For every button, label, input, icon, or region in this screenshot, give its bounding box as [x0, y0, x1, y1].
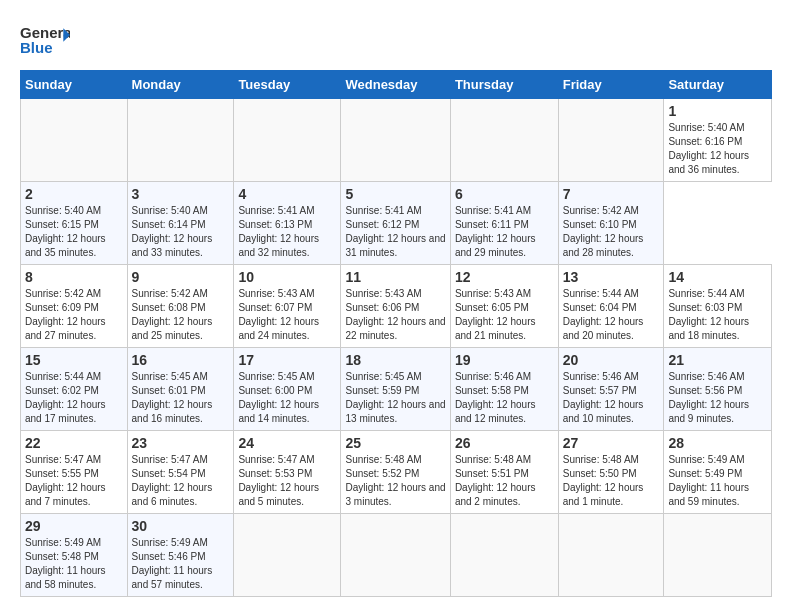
- calendar-cell: 12Sunrise: 5:43 AMSunset: 6:05 PMDayligh…: [450, 265, 558, 348]
- day-number: 29: [25, 518, 123, 534]
- day-info: Sunrise: 5:43 AMSunset: 6:06 PMDaylight:…: [345, 287, 445, 343]
- generalblue-logo-icon: General Blue: [20, 20, 70, 60]
- day-number: 13: [563, 269, 660, 285]
- calendar-cell: 28Sunrise: 5:49 AMSunset: 5:49 PMDayligh…: [664, 431, 772, 514]
- day-number: 2: [25, 186, 123, 202]
- day-info: Sunrise: 5:47 AMSunset: 5:53 PMDaylight:…: [238, 453, 336, 509]
- calendar-cell: 27Sunrise: 5:48 AMSunset: 5:50 PMDayligh…: [558, 431, 664, 514]
- calendar-cell: [127, 99, 234, 182]
- day-info: Sunrise: 5:45 AMSunset: 5:59 PMDaylight:…: [345, 370, 445, 426]
- day-number: 23: [132, 435, 230, 451]
- day-number: 3: [132, 186, 230, 202]
- day-info: Sunrise: 5:48 AMSunset: 5:50 PMDaylight:…: [563, 453, 660, 509]
- calendar-cell: 29Sunrise: 5:49 AMSunset: 5:48 PMDayligh…: [21, 514, 128, 597]
- calendar-week-row: 22Sunrise: 5:47 AMSunset: 5:55 PMDayligh…: [21, 431, 772, 514]
- calendar-week-row: 8Sunrise: 5:42 AMSunset: 6:09 PMDaylight…: [21, 265, 772, 348]
- calendar-cell: 17Sunrise: 5:45 AMSunset: 6:00 PMDayligh…: [234, 348, 341, 431]
- calendar-cell: [234, 99, 341, 182]
- calendar-cell: 14Sunrise: 5:44 AMSunset: 6:03 PMDayligh…: [664, 265, 772, 348]
- day-number: 19: [455, 352, 554, 368]
- day-info: Sunrise: 5:45 AMSunset: 6:01 PMDaylight:…: [132, 370, 230, 426]
- day-number: 26: [455, 435, 554, 451]
- calendar-cell: 2Sunrise: 5:40 AMSunset: 6:15 PMDaylight…: [21, 182, 128, 265]
- calendar-week-row: 2Sunrise: 5:40 AMSunset: 6:15 PMDaylight…: [21, 182, 772, 265]
- calendar-table: SundayMondayTuesdayWednesdayThursdayFrid…: [20, 70, 772, 597]
- calendar-cell: 13Sunrise: 5:44 AMSunset: 6:04 PMDayligh…: [558, 265, 664, 348]
- day-number: 24: [238, 435, 336, 451]
- day-info: Sunrise: 5:49 AMSunset: 5:48 PMDaylight:…: [25, 536, 123, 592]
- day-number: 15: [25, 352, 123, 368]
- day-info: Sunrise: 5:43 AMSunset: 6:07 PMDaylight:…: [238, 287, 336, 343]
- day-number: 16: [132, 352, 230, 368]
- calendar-cell: 9Sunrise: 5:42 AMSunset: 6:08 PMDaylight…: [127, 265, 234, 348]
- calendar-cell: 21Sunrise: 5:46 AMSunset: 5:56 PMDayligh…: [664, 348, 772, 431]
- col-header-thursday: Thursday: [450, 71, 558, 99]
- col-header-sunday: Sunday: [21, 71, 128, 99]
- day-info: Sunrise: 5:44 AMSunset: 6:04 PMDaylight:…: [563, 287, 660, 343]
- day-info: Sunrise: 5:46 AMSunset: 5:58 PMDaylight:…: [455, 370, 554, 426]
- day-info: Sunrise: 5:41 AMSunset: 6:11 PMDaylight:…: [455, 204, 554, 260]
- day-info: Sunrise: 5:44 AMSunset: 6:03 PMDaylight:…: [668, 287, 767, 343]
- calendar-cell: [450, 99, 558, 182]
- day-info: Sunrise: 5:40 AMSunset: 6:14 PMDaylight:…: [132, 204, 230, 260]
- day-number: 8: [25, 269, 123, 285]
- day-info: Sunrise: 5:43 AMSunset: 6:05 PMDaylight:…: [455, 287, 554, 343]
- day-number: 9: [132, 269, 230, 285]
- day-number: 12: [455, 269, 554, 285]
- calendar-cell: 30Sunrise: 5:49 AMSunset: 5:46 PMDayligh…: [127, 514, 234, 597]
- day-info: Sunrise: 5:48 AMSunset: 5:51 PMDaylight:…: [455, 453, 554, 509]
- day-info: Sunrise: 5:47 AMSunset: 5:54 PMDaylight:…: [132, 453, 230, 509]
- day-info: Sunrise: 5:40 AMSunset: 6:15 PMDaylight:…: [25, 204, 123, 260]
- day-info: Sunrise: 5:41 AMSunset: 6:12 PMDaylight:…: [345, 204, 445, 260]
- calendar-cell: 6Sunrise: 5:41 AMSunset: 6:11 PMDaylight…: [450, 182, 558, 265]
- calendar-cell: 4Sunrise: 5:41 AMSunset: 6:13 PMDaylight…: [234, 182, 341, 265]
- day-number: 5: [345, 186, 445, 202]
- day-number: 21: [668, 352, 767, 368]
- day-number: 28: [668, 435, 767, 451]
- calendar-week-row: 15Sunrise: 5:44 AMSunset: 6:02 PMDayligh…: [21, 348, 772, 431]
- day-number: 27: [563, 435, 660, 451]
- calendar-cell: [450, 514, 558, 597]
- day-number: 4: [238, 186, 336, 202]
- day-info: Sunrise: 5:42 AMSunset: 6:09 PMDaylight:…: [25, 287, 123, 343]
- col-header-friday: Friday: [558, 71, 664, 99]
- calendar-cell: 20Sunrise: 5:46 AMSunset: 5:57 PMDayligh…: [558, 348, 664, 431]
- day-info: Sunrise: 5:46 AMSunset: 5:56 PMDaylight:…: [668, 370, 767, 426]
- calendar-cell: 24Sunrise: 5:47 AMSunset: 5:53 PMDayligh…: [234, 431, 341, 514]
- calendar-cell: 11Sunrise: 5:43 AMSunset: 6:06 PMDayligh…: [341, 265, 450, 348]
- day-number: 20: [563, 352, 660, 368]
- svg-text:Blue: Blue: [20, 39, 53, 56]
- calendar-cell: [234, 514, 341, 597]
- day-number: 30: [132, 518, 230, 534]
- calendar-cell: 5Sunrise: 5:41 AMSunset: 6:12 PMDaylight…: [341, 182, 450, 265]
- calendar-cell: 25Sunrise: 5:48 AMSunset: 5:52 PMDayligh…: [341, 431, 450, 514]
- day-info: Sunrise: 5:45 AMSunset: 6:00 PMDaylight:…: [238, 370, 336, 426]
- day-info: Sunrise: 5:42 AMSunset: 6:10 PMDaylight:…: [563, 204, 660, 260]
- day-info: Sunrise: 5:40 AMSunset: 6:16 PMDaylight:…: [668, 121, 767, 177]
- calendar-cell: [558, 514, 664, 597]
- calendar-cell: 10Sunrise: 5:43 AMSunset: 6:07 PMDayligh…: [234, 265, 341, 348]
- calendar-cell: [341, 514, 450, 597]
- col-header-wednesday: Wednesday: [341, 71, 450, 99]
- calendar-cell: [558, 99, 664, 182]
- col-header-tuesday: Tuesday: [234, 71, 341, 99]
- day-number: 10: [238, 269, 336, 285]
- calendar-cell: 23Sunrise: 5:47 AMSunset: 5:54 PMDayligh…: [127, 431, 234, 514]
- calendar-cell: 8Sunrise: 5:42 AMSunset: 6:09 PMDaylight…: [21, 265, 128, 348]
- day-number: 25: [345, 435, 445, 451]
- calendar-cell: [664, 514, 772, 597]
- day-number: 11: [345, 269, 445, 285]
- day-number: 14: [668, 269, 767, 285]
- day-number: 18: [345, 352, 445, 368]
- calendar-week-row: 1Sunrise: 5:40 AMSunset: 6:16 PMDaylight…: [21, 99, 772, 182]
- day-number: 7: [563, 186, 660, 202]
- calendar-cell: 18Sunrise: 5:45 AMSunset: 5:59 PMDayligh…: [341, 348, 450, 431]
- calendar-cell: [341, 99, 450, 182]
- day-info: Sunrise: 5:42 AMSunset: 6:08 PMDaylight:…: [132, 287, 230, 343]
- day-number: 17: [238, 352, 336, 368]
- calendar-cell: [21, 99, 128, 182]
- col-header-monday: Monday: [127, 71, 234, 99]
- day-number: 1: [668, 103, 767, 119]
- col-header-saturday: Saturday: [664, 71, 772, 99]
- page-header: General Blue: [20, 20, 772, 60]
